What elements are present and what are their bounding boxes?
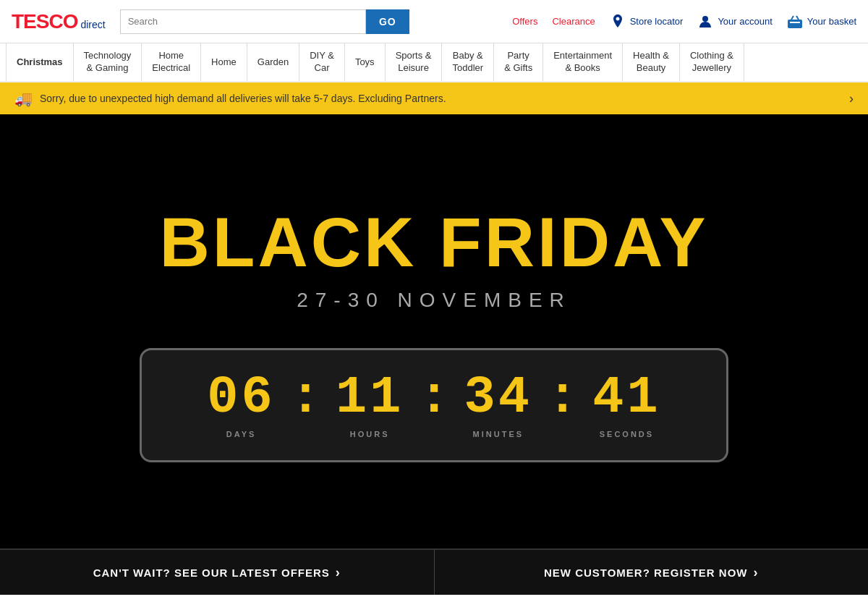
nav-item-entertainment[interactable]: Entertainment& Books [543, 43, 623, 81]
your-basket[interactable]: Your basket [787, 14, 856, 30]
notification-close[interactable]: › [849, 91, 854, 106]
main-nav: Christmas Technology& Gaming HomeElectri… [0, 43, 868, 82]
nav-item-garden[interactable]: Garden [247, 43, 299, 81]
hero-section: BLACK FRIDAY 27-30 NOVEMBER 06 DAYS : 11… [0, 114, 868, 548]
nav-item-home-electrical[interactable]: HomeElectrical [142, 43, 201, 81]
site-header: TESCO direct GO Offers Clearance Store l… [0, 0, 868, 43]
logo-direct: direct [80, 19, 105, 30]
register-label: NEW CUSTOMER? REGISTER NOW [544, 567, 748, 579]
logo-tesco: TESCO [12, 10, 77, 33]
your-account[interactable]: Your account [697, 14, 772, 30]
delivery-icon: 🚚 [14, 90, 33, 107]
store-locator[interactable]: Store locator [610, 14, 684, 30]
nav-item-sports[interactable]: Sports &Leisure [386, 43, 443, 81]
days-value: 06 [207, 372, 275, 424]
countdown-timer: 06 DAYS : 11 HOURS : 34 MINUTES : 41 SEC… [140, 348, 728, 462]
nav-item-technology[interactable]: Technology& Gaming [74, 43, 142, 81]
search-area: GO [120, 9, 409, 34]
offers-link[interactable]: Offers [512, 16, 537, 27]
your-basket-label: Your basket [807, 16, 856, 27]
nav-item-clothing[interactable]: Clothing &Jewellery [680, 43, 744, 81]
minutes-label: MINUTES [473, 430, 524, 438]
location-icon [610, 14, 626, 30]
svg-rect-1 [788, 20, 802, 28]
svg-point-0 [702, 16, 708, 22]
nav-item-health[interactable]: Health &Beauty [623, 43, 680, 81]
logo[interactable]: TESCO direct [12, 10, 106, 33]
search-button[interactable]: GO [366, 9, 409, 34]
offers-arrow-icon: › [336, 565, 341, 580]
your-account-label: Your account [718, 16, 772, 27]
minutes-value: 34 [464, 372, 532, 424]
countdown-seconds: 41 SECONDS [571, 372, 682, 438]
hours-label: HOURS [350, 430, 390, 438]
bottom-actions: CAN'T WAIT? SEE OUR LATEST OFFERS › NEW … [0, 548, 868, 595]
seconds-label: SECONDS [600, 430, 654, 438]
seconds-value: 41 [592, 372, 660, 424]
svg-rect-2 [790, 22, 800, 23]
latest-offers-label: CAN'T WAIT? SEE OUR LATEST OFFERS [93, 567, 330, 579]
notification-text: Sorry, due to unexpected high demand all… [40, 93, 849, 104]
register-button[interactable]: NEW CUSTOMER? REGISTER NOW › [435, 548, 869, 595]
hero-title: BLACK FRIDAY [159, 208, 708, 277]
store-locator-label: Store locator [630, 16, 684, 27]
search-input[interactable] [120, 9, 366, 34]
latest-offers-button[interactable]: CAN'T WAIT? SEE OUR LATEST OFFERS › [0, 548, 435, 595]
header-actions: Offers Clearance Store locator Your acco… [512, 14, 856, 30]
notification-banner: 🚚 Sorry, due to unexpected high demand a… [0, 82, 868, 114]
clearance-link[interactable]: Clearance [552, 16, 595, 27]
days-label: DAYS [226, 430, 257, 438]
nav-item-christmas[interactable]: Christmas [6, 43, 74, 81]
account-icon [697, 14, 713, 30]
nav-item-party[interactable]: Party& Gifts [494, 43, 543, 81]
nav-item-baby[interactable]: Baby &Toddler [442, 43, 494, 81]
register-arrow-icon: › [754, 565, 759, 580]
nav-item-diy[interactable]: DIY &Car [299, 43, 345, 81]
countdown-minutes: 34 MINUTES [443, 372, 554, 438]
basket-icon [787, 14, 803, 30]
countdown-hours: 11 HOURS [314, 372, 425, 438]
nav-item-toys[interactable]: Toys [345, 43, 386, 81]
countdown-days: 06 DAYS [185, 372, 297, 438]
hero-subtitle: 27-30 NOVEMBER [297, 289, 571, 312]
hours-value: 11 [336, 372, 404, 424]
nav-item-home[interactable]: Home [201, 43, 247, 81]
